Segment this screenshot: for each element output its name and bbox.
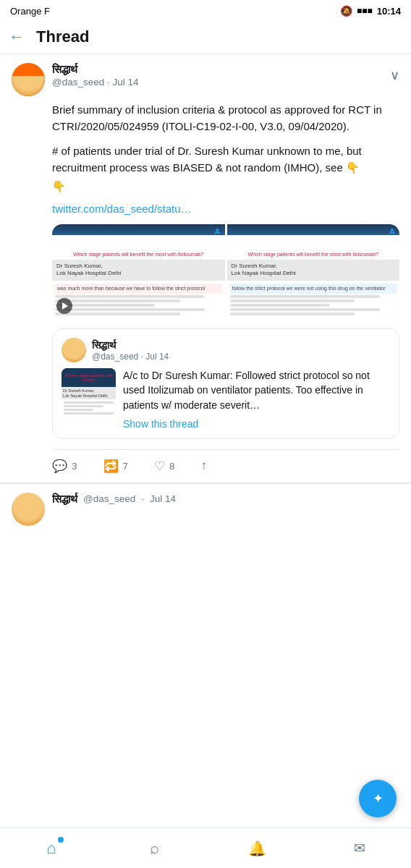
bottom-nav: ⌂ ⌕ 🔔 ✉ bbox=[0, 827, 411, 868]
image-1-top-text: Which stage patients will benefit the mo… bbox=[70, 252, 207, 257]
reply-count: 3 bbox=[72, 461, 77, 472]
image-2-top-text: Which stage patients will benefit the mo… bbox=[245, 252, 381, 257]
quoted-handle-time: @das_seed · Jul 14 bbox=[92, 352, 169, 362]
tweet-image-2[interactable]: Which stage patients will benefit the mo… bbox=[227, 224, 400, 318]
label-a-2: A bbox=[389, 227, 395, 236]
time-display: 10:14 bbox=[377, 6, 401, 17]
quoted-thumbnail: Which stage patients will benefit Dr Sur… bbox=[62, 368, 116, 422]
image-1-caption: was much more than because we have to fo… bbox=[55, 284, 222, 294]
quoted-tweet-text: A/c to Dr Suresh Kumar: Followed strict … bbox=[123, 368, 390, 412]
notifications-icon: 🔔 bbox=[248, 840, 266, 857]
qline-3 bbox=[64, 409, 93, 411]
partial-date: Jul 14 bbox=[150, 493, 176, 504]
image-2-bottom: follow the strict protocol we were not u… bbox=[227, 281, 400, 318]
author-name[interactable]: सिद्धार्थ bbox=[52, 63, 139, 76]
compose-icon: ✦ bbox=[373, 791, 384, 807]
nav-home[interactable]: ⌂ bbox=[33, 833, 69, 864]
tweet-meta: सिद्धार्थ @das_seed · Jul 14 ∨ bbox=[52, 63, 399, 88]
quoted-thumb-bottom bbox=[62, 399, 116, 422]
quoted-text-block: A/c to Dr Suresh Kumar: Followed strict … bbox=[123, 368, 390, 430]
main-tweet: सिद्धार्थ @das_seed · Jul 14 ∨ Brief sum… bbox=[0, 54, 411, 483]
author-handle: @das_seed bbox=[52, 77, 104, 88]
home-notification-dot bbox=[58, 837, 64, 843]
retweet-count: 7 bbox=[123, 461, 129, 472]
status-right: 🔕 ■■■ 10:14 bbox=[340, 5, 401, 17]
tweet-images[interactable]: Which stage patients will benefit the mo… bbox=[52, 224, 399, 318]
messages-icon: ✉ bbox=[354, 840, 365, 856]
back-button[interactable]: ← bbox=[9, 29, 25, 45]
partial-avatar[interactable] bbox=[12, 493, 45, 526]
play-button-1[interactable] bbox=[56, 298, 72, 314]
tweet-text-1: Brief summary of inclusion criteria & pr… bbox=[52, 102, 399, 135]
mute-icon: 🔕 bbox=[340, 5, 352, 17]
partial-separator: · bbox=[141, 493, 144, 504]
reply-action[interactable]: 💬 3 bbox=[52, 459, 77, 474]
search-icon: ⌕ bbox=[150, 839, 159, 858]
image-1-bottom: was much more than because we have to fo… bbox=[52, 281, 225, 318]
tweet-link[interactable]: twitter.com/das_seed/statu… bbox=[52, 203, 192, 215]
tweet-actions: 💬 3 🔁 7 ♡ 8 ↑ bbox=[52, 449, 399, 474]
tweet-text-2: # of patients under trial of Dr. Suresh … bbox=[52, 143, 399, 176]
image-2-top: Which stage patients will benefit the mo… bbox=[227, 224, 400, 260]
qline-4 bbox=[64, 412, 114, 414]
tweet-date: Jul 14 bbox=[113, 77, 139, 88]
avatar[interactable] bbox=[12, 63, 45, 96]
quoted-handle: @das_seed bbox=[92, 352, 138, 362]
like-icon: ♡ bbox=[154, 459, 165, 474]
date-separator: · bbox=[107, 77, 113, 88]
tweet-text-3: 👇 bbox=[52, 179, 399, 195]
partial-tweet: सिद्धार्थ @das_seed · Jul 14 bbox=[0, 483, 411, 535]
tweet-name-row: सिद्धार्थ @das_seed · Jul 14 ∨ bbox=[52, 63, 399, 88]
partial-meta: सिद्धार्थ @das_seed · Jul 14 bbox=[52, 493, 176, 526]
qline-2 bbox=[64, 405, 103, 407]
compose-fab[interactable]: ✦ bbox=[359, 780, 397, 817]
tweet-image-1[interactable]: Which stage patients will benefit the mo… bbox=[52, 224, 225, 318]
quoted-thumb-label: Dr Suresh Kumar,Lok Nayak Hospital Delhi bbox=[62, 387, 116, 399]
page-title: Thread bbox=[36, 27, 89, 46]
image-1-top: Which stage patients will benefit the mo… bbox=[52, 224, 225, 260]
partial-handle: @das_seed bbox=[83, 493, 135, 504]
author-info: सिद्धार्थ @das_seed · Jul 14 bbox=[52, 63, 139, 88]
qline-1 bbox=[64, 401, 114, 404]
share-action[interactable]: ↑ bbox=[201, 459, 208, 473]
nav-messages[interactable]: ✉ bbox=[342, 833, 378, 864]
image-1-content: Which stage patients will benefit the mo… bbox=[52, 224, 225, 318]
avatar-image bbox=[12, 63, 45, 96]
retweet-icon: 🔁 bbox=[103, 459, 119, 474]
line-1 bbox=[55, 295, 205, 298]
reply-icon: 💬 bbox=[52, 459, 67, 474]
author-handle-time: @das_seed · Jul 14 bbox=[52, 77, 139, 88]
quoted-author-info: सिद्धार्थ @das_seed · Jul 14 bbox=[92, 339, 169, 362]
line-6 bbox=[230, 295, 380, 298]
line-7 bbox=[230, 299, 355, 302]
share-icon: ↑ bbox=[201, 459, 208, 473]
line-10 bbox=[230, 312, 355, 315]
home-icon: ⌂ bbox=[46, 839, 56, 858]
quoted-author-name: सिद्धार्थ bbox=[92, 339, 169, 352]
tweet-body: Brief summary of inclusion criteria & pr… bbox=[52, 102, 399, 217]
thread-header: ← Thread bbox=[0, 20, 411, 54]
line-9 bbox=[230, 308, 380, 311]
nav-search[interactable]: ⌕ bbox=[136, 833, 172, 864]
like-action[interactable]: ♡ 8 bbox=[154, 459, 175, 474]
like-count: 8 bbox=[169, 461, 175, 472]
status-bar: Orange F 🔕 ■■■ 10:14 bbox=[0, 0, 411, 20]
line-2 bbox=[55, 299, 180, 302]
quoted-tweet[interactable]: सिद्धार्थ @das_seed · Jul 14 Which stage… bbox=[52, 328, 399, 439]
carrier-signal: Orange F bbox=[10, 6, 50, 17]
quoted-tweet-header: सिद्धार्थ @das_seed · Jul 14 bbox=[62, 338, 390, 362]
line-8 bbox=[230, 304, 330, 307]
line-4 bbox=[55, 308, 205, 311]
partial-author-name: सिद्धार्थ bbox=[52, 493, 77, 506]
tweet-text-2-content: # of patients under trial of Dr. Suresh … bbox=[52, 145, 362, 174]
quoted-content: Which stage patients will benefit Dr Sur… bbox=[62, 368, 390, 430]
retweet-action[interactable]: 🔁 7 bbox=[103, 459, 129, 474]
nav-notifications[interactable]: 🔔 bbox=[239, 833, 275, 864]
quoted-date: Jul 14 bbox=[145, 352, 169, 362]
line-5 bbox=[55, 312, 180, 315]
battery-indicator: ■■■ bbox=[357, 6, 373, 16]
image-1-subtitle: Dr Suresh Kumar,Lok Nayak Hospital Delhi bbox=[52, 260, 225, 281]
chevron-down-icon[interactable]: ∨ bbox=[390, 67, 399, 83]
quoted-avatar bbox=[62, 338, 86, 362]
show-thread-link[interactable]: Show this thread bbox=[123, 418, 390, 430]
